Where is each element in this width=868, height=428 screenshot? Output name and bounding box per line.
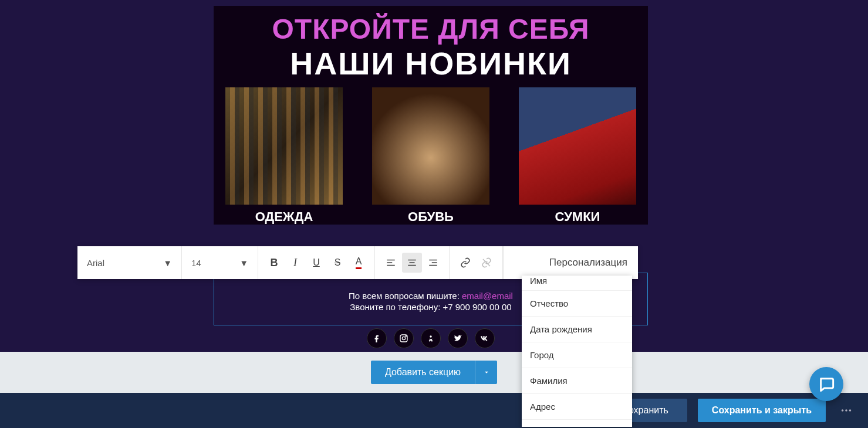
personalization-label: Персонализация xyxy=(549,257,627,269)
more-options-button[interactable] xyxy=(836,400,856,420)
product-shoes[interactable]: ОБУВЬ xyxy=(372,87,489,225)
product-label-clothes: ОДЕЖДА xyxy=(225,209,343,225)
align-group xyxy=(375,246,450,279)
chevron-down-icon xyxy=(482,368,491,376)
add-section-bar: Добавить секцию xyxy=(0,352,868,393)
svg-point-1 xyxy=(402,337,405,339)
add-section-dropdown-toggle[interactable] xyxy=(475,361,497,384)
italic-button[interactable]: I xyxy=(285,253,305,273)
text-editor-toolbar: Arial ▼ 14 ▼ B I U S A Персонализация xyxy=(77,246,638,279)
svg-point-15 xyxy=(845,409,847,412)
product-image-bags[interactable] xyxy=(519,87,636,205)
bold-button[interactable]: B xyxy=(264,253,284,273)
odnoklassniki-icon[interactable] xyxy=(421,328,441,348)
font-family-value: Arial xyxy=(87,258,104,268)
bottom-action-bar: Сохранить Сохранить и закрыть xyxy=(0,393,868,428)
editor-canvas: ОТКРОЙТЕ ДЛЯ СЕБЯ НАШИ НОВИНКИ ОДЕЖДА ОБ… xyxy=(0,0,868,352)
product-label-shoes: ОБУВЬ xyxy=(372,209,489,225)
chevron-down-icon: ▼ xyxy=(149,258,172,268)
dropdown-item-address[interactable]: Адрес xyxy=(522,394,632,420)
heading-secondary[interactable]: НАШИ НОВИНКИ xyxy=(214,45,648,81)
link-button[interactable] xyxy=(455,253,475,273)
email-template-body[interactable]: ОТКРОЙТЕ ДЛЯ СЕБЯ НАШИ НОВИНКИ ОДЕЖДА ОБ… xyxy=(214,6,648,225)
personalization-dropdown-button[interactable]: Персонализация xyxy=(503,246,638,279)
product-label-bags: СУМКИ xyxy=(519,209,636,225)
font-size-select[interactable]: 14 ▼ xyxy=(182,246,258,279)
product-image-clothes[interactable] xyxy=(225,87,343,205)
link-group xyxy=(450,246,503,279)
svg-point-3 xyxy=(430,335,432,338)
svg-point-14 xyxy=(842,409,844,412)
chevron-down-icon: ▼ xyxy=(225,258,248,268)
dropdown-item-patronymic[interactable]: Отчество xyxy=(522,291,632,317)
add-section-button-group: Добавить секцию xyxy=(371,361,497,384)
font-size-value: 14 xyxy=(191,258,201,268)
strikethrough-button[interactable]: S xyxy=(327,253,347,273)
personalization-dropdown-menu[interactable]: Имя Отчество Дата рождения Город Фамилия… xyxy=(522,276,632,427)
twitter-icon[interactable] xyxy=(448,328,468,348)
align-right-button[interactable] xyxy=(423,253,443,273)
contact-email-link[interactable]: email@email xyxy=(462,291,513,301)
dropdown-item-lastname[interactable]: Фамилия xyxy=(522,368,632,394)
align-left-button[interactable] xyxy=(381,253,401,273)
svg-point-2 xyxy=(406,336,406,337)
underline-button[interactable]: U xyxy=(306,253,326,273)
dropdown-item-name[interactable]: Имя xyxy=(522,276,632,291)
text-color-button[interactable]: A xyxy=(349,253,369,273)
chat-widget-button[interactable] xyxy=(809,367,843,401)
unlink-button[interactable] xyxy=(477,253,497,273)
instagram-icon[interactable] xyxy=(394,328,414,348)
font-family-select[interactable]: Arial ▼ xyxy=(77,246,182,279)
dropdown-item-birthdate[interactable]: Дата рождения xyxy=(522,317,632,342)
dropdown-item-index[interactable]: Индекс xyxy=(522,420,632,427)
align-center-button[interactable] xyxy=(402,253,422,273)
product-row: ОДЕЖДА ОБУВЬ СУМКИ xyxy=(214,81,648,225)
svg-point-16 xyxy=(849,409,852,412)
add-section-button[interactable]: Добавить секцию xyxy=(371,361,475,384)
product-image-shoes[interactable] xyxy=(372,87,489,205)
product-clothes[interactable]: ОДЕЖДА xyxy=(225,87,343,225)
save-and-close-button[interactable]: Сохранить и закрыть xyxy=(698,399,826,422)
text-style-group: B I U S A xyxy=(258,246,375,279)
product-bags[interactable]: СУМКИ xyxy=(519,87,636,225)
vk-icon[interactable] xyxy=(475,328,495,348)
dropdown-item-city[interactable]: Город xyxy=(522,342,632,368)
heading-primary[interactable]: ОТКРОЙТЕ ДЛЯ СЕБЯ xyxy=(214,6,648,45)
dots-horizontal-icon xyxy=(840,404,853,417)
chat-icon xyxy=(818,376,835,392)
facebook-icon[interactable] xyxy=(367,328,387,348)
contact-prefix: По всем вопросам пишите: xyxy=(349,291,462,301)
